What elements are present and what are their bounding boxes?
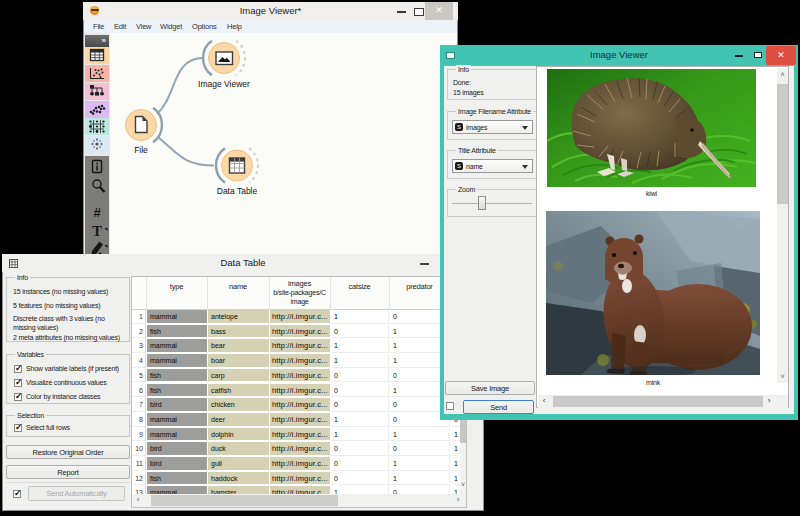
svg-text:#: #	[93, 205, 101, 220]
svg-text:T: T	[92, 222, 102, 238]
svg-text:Image Viewer: Image Viewer	[198, 79, 250, 89]
svg-text:File: File	[134, 145, 148, 155]
svg-text:Data Table: Data Table	[217, 186, 258, 196]
